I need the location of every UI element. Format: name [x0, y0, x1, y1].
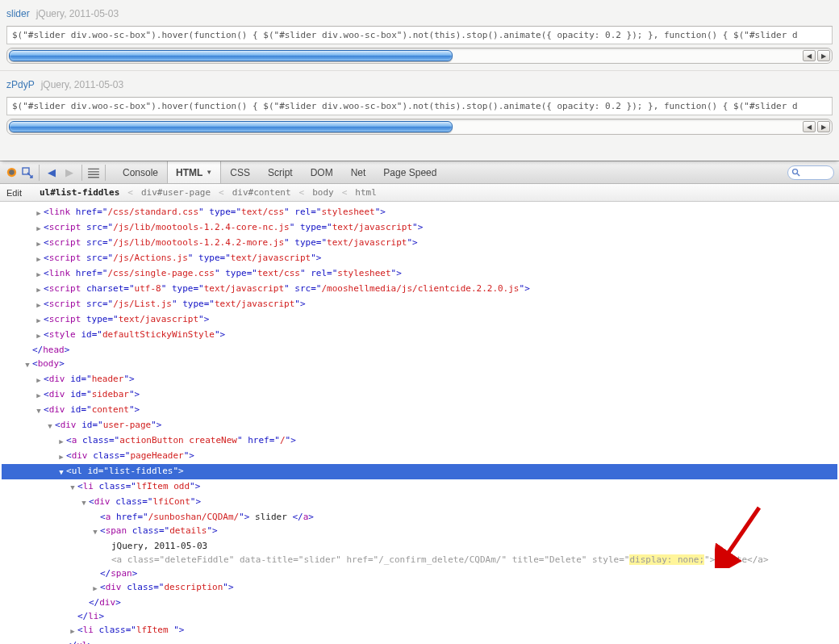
dom-node[interactable]: ▼<ul id="list-fiddles"> — [2, 464, 837, 479]
scrollbar-thumb[interactable] — [9, 121, 453, 132]
tab-console[interactable]: Console — [114, 161, 167, 183]
tab-html[interactable]: HTML▼ — [167, 161, 221, 183]
firebug-tabs: Console HTML▼ CSS Script DOM Net Page Sp… — [114, 161, 445, 183]
twisty-icon[interactable]: ▶ — [34, 222, 44, 236]
twisty-icon[interactable]: ▶ — [68, 625, 77, 638]
dom-node[interactable]: </div> — [2, 596, 837, 609]
twisty-icon[interactable]: ▶ — [34, 314, 44, 328]
fiddle-meta: jQuery, 2011-05-03 — [36, 8, 119, 19]
tab-dom[interactable]: DOM — [302, 161, 342, 183]
scroll-right-icon[interactable]: ▶ — [817, 121, 830, 132]
separator — [39, 165, 40, 181]
lines-icon[interactable] — [87, 166, 100, 179]
dom-node[interactable]: ▶<div class="pageHeader"> — [2, 449, 837, 464]
twisty-icon[interactable]: ▼ — [79, 496, 89, 510]
back-button[interactable]: ◀ — [44, 165, 59, 180]
dom-node[interactable]: </head> — [2, 343, 837, 357]
twisty-icon[interactable]: ▼ — [34, 404, 44, 418]
dom-node[interactable]: ▶<script src="/js/Actions.js" type="text… — [2, 251, 837, 266]
twisty-icon[interactable]: ▶ — [34, 253, 44, 266]
fiddle-meta: jQuery, 2011-05-03 — [41, 79, 124, 90]
dom-node[interactable]: ▶<link href="/css/single-page.css" type=… — [2, 266, 837, 282]
firebug-subbar: Edit ul#list-fiddles<div#user-page<div#c… — [0, 184, 839, 202]
dom-node[interactable]: ▼<body> — [2, 357, 837, 372]
twisty-icon[interactable]: ▶ — [34, 237, 44, 251]
twisty-icon[interactable]: ▼ — [23, 358, 32, 372]
breadcrumb: ul#list-fiddles<div#user-page<div#conten… — [40, 187, 377, 198]
firebug-icon[interactable] — [5, 166, 18, 179]
dom-node[interactable]: ▶<script charset="utf-8" type="text/java… — [2, 282, 837, 297]
dom-node[interactable]: ▶<div id="header"> — [2, 372, 837, 387]
dom-node[interactable]: <a href="/sunboshan/CQDAm/"> slider </a> — [2, 510, 837, 524]
dom-node[interactable]: ▶<script src="/js/List.js" type="text/ja… — [2, 297, 837, 312]
firebug-panel: ◀ ▶ Console HTML▼ CSS Script DOM Net Pag… — [0, 161, 839, 644]
scroll-left-icon[interactable]: ◀ — [803, 121, 816, 132]
scrollbar-thumb[interactable] — [9, 50, 453, 61]
dom-node[interactable]: ▶<a class="actionButton createNew" href=… — [2, 433, 837, 449]
dom-node[interactable]: </li> — [2, 609, 837, 623]
fiddle-code: $("#slider div.woo-sc-box").hover(functi… — [6, 97, 833, 115]
twisty-icon[interactable]: ▼ — [68, 481, 77, 495]
twisty-icon[interactable]: ▶ — [34, 389, 44, 403]
dom-node[interactable]: ▶<div class="description"> — [2, 580, 837, 596]
twisty-icon[interactable]: ▶ — [34, 268, 44, 282]
twisty-icon[interactable]: ▶ — [34, 283, 44, 297]
fiddle-name[interactable]: zPdyP — [6, 79, 35, 90]
breadcrumb-node[interactable]: div#content — [232, 187, 291, 198]
dom-node[interactable]: ▶<link href="/css/standard.css" type="te… — [2, 205, 837, 220]
tab-css[interactable]: CSS — [221, 161, 259, 183]
scroll-right-icon[interactable]: ▶ — [817, 50, 830, 61]
page-content: sliderjQuery, 2011-05-03$("#slider div.w… — [0, 0, 839, 161]
edit-button[interactable]: Edit — [6, 188, 31, 198]
twisty-icon[interactable]: ▶ — [90, 582, 100, 596]
twisty-icon[interactable]: ▶ — [34, 374, 44, 387]
separator — [81, 165, 82, 181]
breadcrumb-node[interactable]: ul#list-fiddles — [40, 187, 119, 198]
dom-node[interactable]: ▶<script src="/js/lib/mootools-1.2.4-cor… — [2, 220, 837, 236]
fiddle-item: sliderjQuery, 2011-05-03$("#slider div.w… — [0, 0, 839, 71]
fiddle-name[interactable]: slider — [6, 8, 30, 19]
forward-button[interactable]: ▶ — [62, 165, 77, 180]
dom-node[interactable]: jQuery, 2011-05-03 — [2, 539, 837, 553]
breadcrumb-node[interactable]: body — [312, 187, 334, 198]
dom-node[interactable]: ▶<li class="lfItem "> — [2, 623, 837, 638]
dom-node[interactable]: ▼<div id="content"> — [2, 403, 837, 418]
twisty-icon[interactable]: ▼ — [45, 420, 55, 433]
firebug-toolbar: ◀ ▶ Console HTML▼ CSS Script DOM Net Pag… — [0, 161, 839, 184]
separator — [105, 165, 106, 181]
search-icon — [791, 168, 800, 177]
dom-node[interactable]: </ul> — [2, 638, 837, 644]
dom-node[interactable]: ▼<div id="user-page"> — [2, 418, 837, 433]
fiddle-code: $("#slider div.woo-sc-box").hover(functi… — [6, 26, 833, 44]
dom-tree: ▶<link href="/css/standard.css" type="te… — [0, 202, 839, 644]
tab-net[interactable]: Net — [342, 161, 375, 183]
breadcrumb-node[interactable]: div#user-page — [141, 187, 211, 198]
dom-node[interactable]: <a class="deleteFiddle" data-title="slid… — [2, 553, 837, 567]
horizontal-scrollbar[interactable]: ◀▶ — [6, 119, 833, 135]
dom-node[interactable]: ▼<li class="lfItem odd"> — [2, 479, 837, 495]
scroll-left-icon[interactable]: ◀ — [803, 50, 816, 61]
fiddle-item: zPdyPjQuery, 2011-05-03$("#slider div.wo… — [0, 71, 839, 141]
horizontal-scrollbar[interactable]: ◀▶ — [6, 48, 833, 64]
tab-script[interactable]: Script — [259, 161, 302, 183]
dom-node[interactable]: ▶<div id="sidebar"> — [2, 387, 837, 403]
twisty-icon[interactable]: ▶ — [34, 329, 44, 343]
dom-node[interactable]: </span> — [2, 567, 837, 580]
svg-point-3 — [793, 169, 798, 174]
firebug-search[interactable] — [787, 165, 834, 180]
dom-node[interactable]: ▼<span class="details"> — [2, 524, 837, 539]
twisty-icon[interactable]: ▶ — [56, 435, 66, 449]
twisty-icon[interactable]: ▶ — [56, 450, 66, 464]
inspect-icon[interactable] — [21, 166, 34, 179]
dom-node[interactable]: ▼<div class="lfiCont"> — [2, 495, 837, 510]
tab-pagespeed[interactable]: Page Speed — [374, 161, 445, 183]
dom-node[interactable]: ▶<style id="defaultStickyWinStyle"> — [2, 328, 837, 343]
svg-point-1 — [9, 169, 15, 175]
twisty-icon[interactable]: ▶ — [34, 299, 44, 312]
twisty-icon[interactable]: ▶ — [34, 207, 44, 220]
dom-node[interactable]: ▶<script type="text/javascript"> — [2, 312, 837, 328]
twisty-icon[interactable]: ▼ — [56, 466, 66, 479]
twisty-icon[interactable]: ▼ — [90, 525, 100, 539]
dom-node[interactable]: ▶<script src="/js/lib/mootools-1.2.4.2-m… — [2, 236, 837, 251]
breadcrumb-node[interactable]: html — [355, 187, 377, 198]
